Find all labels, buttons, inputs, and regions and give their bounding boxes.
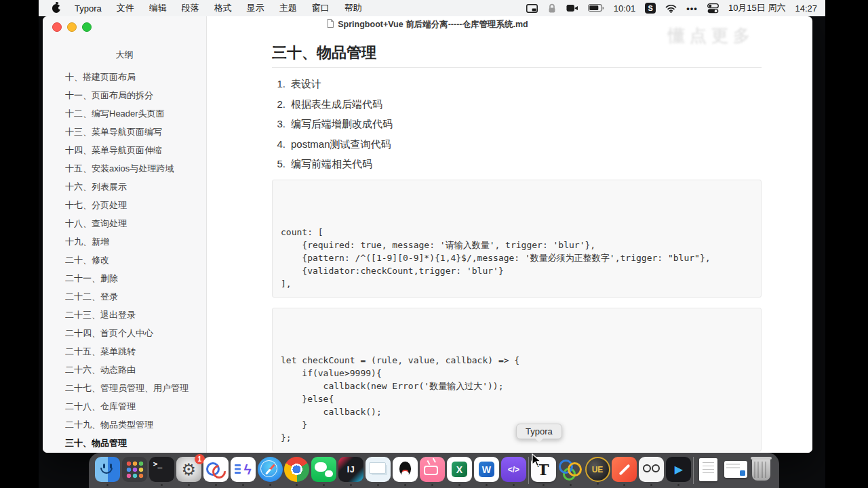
outline-item[interactable]: 十五、安装axios与处理跨域	[43, 159, 206, 178]
dock-icon-glyph: ▶	[675, 463, 683, 476]
pip-icon[interactable]	[526, 4, 538, 13]
outline-item[interactable]: 十、搭建页面布局	[43, 68, 206, 86]
outline-item[interactable]: 十八、查询处理	[43, 214, 206, 232]
dock-screen-recorder[interactable]	[639, 457, 664, 482]
list-item: 5.编写前端相关代码	[272, 159, 762, 169]
outline-item[interactable]: 二十七、管理员管理、用户管理	[43, 379, 206, 397]
menu-items: Typora文件编辑段落格式显示主题窗口帮助	[67, 2, 370, 14]
minimize-button[interactable]	[67, 22, 77, 32]
mac-screen: Typora文件编辑段落格式显示主题窗口帮助 10:01 S ••• 10月15…	[39, 0, 825, 488]
menu-item-theme[interactable]: 主题	[272, 2, 304, 14]
outline-item[interactable]: 二十六、动态路由	[43, 361, 206, 379]
list-item-text: 编写后端增删改成代码	[291, 119, 393, 129]
dock-system-preferences[interactable]: ⚙ 1	[176, 457, 201, 482]
close-button[interactable]	[52, 22, 62, 32]
running-indicator	[296, 484, 298, 486]
page-title: 三十、物品管理	[272, 44, 762, 68]
dock-bilibili[interactable]	[420, 457, 445, 482]
dock-wechat[interactable]	[311, 457, 336, 482]
dock-video-player[interactable]: ▶	[666, 457, 691, 482]
dock-safari[interactable]	[258, 457, 283, 482]
dock-typora[interactable]: T	[531, 457, 556, 482]
dock-screenshot-app[interactable]	[366, 457, 391, 482]
menu-bar-left: Typora文件编辑段落格式显示主题窗口帮助	[48, 2, 370, 14]
menu-item-typora[interactable]: Typora	[67, 3, 109, 14]
dock-rings-app[interactable]	[558, 457, 583, 482]
battery-icon[interactable]	[588, 4, 604, 12]
outline-item[interactable]: 二十一、删除	[43, 269, 206, 287]
outline-item[interactable]: 二十二、登录	[43, 287, 206, 306]
menu-item-window[interactable]: 窗口	[304, 2, 337, 14]
outline-item[interactable]: 三十、物品管理	[43, 434, 206, 452]
menu-item-view[interactable]: 显示	[239, 2, 272, 14]
menu-item-paragraph[interactable]: 段落	[174, 2, 207, 14]
menu-item-format[interactable]: 格式	[207, 2, 239, 14]
outline-item[interactable]: 二十九、物品类型管理	[43, 415, 206, 434]
code-line: if(value>9999){	[281, 367, 753, 380]
zoom-button[interactable]	[82, 22, 92, 32]
menu-bar-status: 10:01 S ••• 10月15日 周六 14:27	[526, 2, 820, 14]
dock-ultraedit[interactable]: UE	[585, 457, 610, 482]
menu-clock[interactable]: 14:27	[795, 3, 817, 14]
outline-item[interactable]: 二十八、仓库管理	[43, 397, 206, 415]
list-item-text: 表设计	[291, 79, 321, 89]
dock-terminal[interactable]: >_	[149, 457, 174, 482]
outline-item[interactable]: 十三、菜单导航页面编写	[43, 123, 206, 141]
menu-bar: Typora文件编辑段落格式显示主题窗口帮助 10:01 S ••• 10月15…	[39, 0, 825, 16]
running-indicator	[542, 484, 545, 486]
outline-item[interactable]: 十七、分页处理	[43, 196, 206, 214]
menu-item-help[interactable]: 帮助	[337, 2, 370, 14]
dock-pen-app[interactable]	[612, 457, 637, 482]
running-indicator	[161, 484, 163, 486]
wifi-icon[interactable]	[665, 4, 677, 13]
dock-intellij-idea[interactable]: IJ	[338, 457, 363, 482]
control-center-icon[interactable]	[707, 3, 719, 14]
dock-tooltip-text: Typora	[526, 426, 553, 436]
outline-item[interactable]: 十九、新增	[43, 232, 206, 251]
outline-item[interactable]: 十一、页面布局的拆分	[43, 86, 206, 104]
dock-separator	[528, 457, 529, 484]
outline-item[interactable]: 十六、列表展示	[43, 178, 206, 196]
dock-downloads-document[interactable]	[696, 457, 721, 482]
screen-record-icon[interactable]	[566, 4, 578, 12]
list-item-number: 4.	[272, 139, 285, 150]
dock-icon-glyph	[699, 458, 717, 481]
running-indicator	[215, 484, 217, 486]
dock-finder[interactable]	[95, 457, 120, 482]
outline-item[interactable]: 十二、编写Header头页面	[43, 104, 206, 123]
code-line: ],	[281, 277, 753, 290]
dock-launchpad[interactable]	[122, 457, 147, 482]
menu-item-file[interactable]: 文件	[109, 2, 142, 14]
dock-icon-glyph	[752, 458, 770, 481]
running-indicator	[106, 484, 108, 486]
list-item: 3.编写后端增删改成代码	[272, 119, 762, 129]
menu-date[interactable]: 10月15日 周六	[728, 2, 786, 14]
menu-item-edit[interactable]: 编辑	[142, 2, 174, 14]
dock-chrome[interactable]	[284, 457, 309, 482]
dock-word[interactable]: W	[474, 457, 499, 482]
list-item-text: postman测试查询代码	[291, 139, 391, 150]
dock-code-editor[interactable]: </>	[501, 457, 526, 482]
running-indicator	[458, 484, 460, 486]
outline-item[interactable]: 二十四、首页个人中心	[43, 324, 206, 342]
dock-qq[interactable]	[393, 457, 418, 482]
outline-item[interactable]: 二十三、退出登录	[43, 306, 206, 324]
dock-excel[interactable]: X	[447, 457, 472, 482]
lock-icon[interactable]	[547, 3, 557, 14]
input-method-icon[interactable]: S	[645, 3, 656, 14]
outline-item[interactable]: 二十五、菜单跳转	[43, 342, 206, 361]
outline-item[interactable]: 十四、菜单导航页面伸缩	[43, 141, 206, 159]
more-status-icon[interactable]: •••	[686, 3, 698, 14]
code-line: {required: true, message: '请输入数量', trigg…	[281, 239, 753, 251]
outline-sidebar: 大纲 十、搭建页面布局十一、页面布局的拆分十二、编写Header头页面十三、菜单…	[43, 16, 207, 453]
list-item-number: 3.	[272, 119, 285, 129]
code-block-count-rules: count: [ {required: true, message: '请输入数…	[272, 180, 762, 298]
outline-item[interactable]: 二十、修改	[43, 251, 206, 269]
dock-minimized-window[interactable]	[723, 457, 748, 482]
dock-knot-app[interactable]	[203, 457, 229, 482]
editor-area[interactable]: 三十、物品管理 1.表设计2.根据表生成后端代码3.编写后端增删改成代码4.po…	[208, 33, 812, 453]
apple-menu-icon[interactable]	[52, 4, 60, 13]
dock-lightning-app[interactable]: ϟ	[231, 457, 256, 482]
dock-trash[interactable]	[750, 457, 773, 482]
running-indicator	[650, 484, 652, 486]
